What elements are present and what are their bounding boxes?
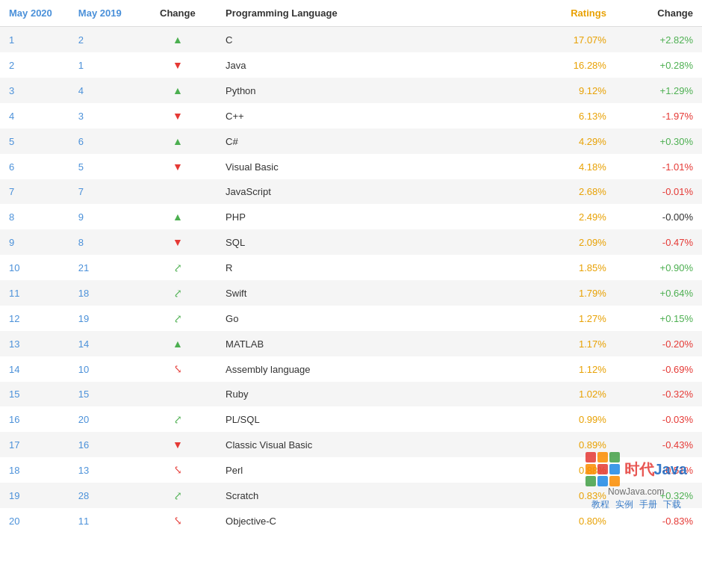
arrow-icon: ⤥ — [173, 363, 182, 375]
cell-may2020: 8 — [0, 204, 69, 229]
cell-may2019: 11 — [69, 508, 139, 533]
cell-language: Ruby — [217, 382, 512, 406]
arrow-icon: ⤤ — [173, 413, 182, 425]
cell-change-arrow: ⤥ — [139, 457, 217, 483]
cell-change-value: -0.69% — [615, 356, 702, 382]
cell-may2019: 4 — [69, 78, 139, 103]
cell-may2020: 20 — [0, 508, 69, 533]
cell-ratings: 1.79% — [512, 280, 615, 306]
arrow-icon: ▼ — [173, 236, 183, 248]
cell-change-value: -0.32% — [615, 382, 702, 406]
header-may2019: May 2019 — [69, 0, 139, 27]
table-row: 1 2 ▲ C 17.07% +2.82% — [0, 27, 702, 53]
cell-may2019: 15 — [69, 382, 139, 406]
arrow-icon: ▼ — [173, 110, 183, 122]
cell-may2020: 16 — [0, 406, 69, 432]
cell-change-arrow: ⤤ — [139, 255, 217, 280]
cell-change-arrow: ⤤ — [139, 280, 217, 306]
cell-change-arrow — [139, 179, 217, 204]
table-row: 7 7 JavaScript 2.68% -0.01% — [0, 179, 702, 204]
cell-language: Assembly language — [217, 356, 512, 382]
cell-change-value: -0.47% — [615, 229, 702, 255]
cell-change-arrow: ▼ — [139, 432, 217, 457]
cell-language: Scratch — [217, 483, 512, 508]
cell-change-arrow: ▲ — [139, 331, 217, 356]
cell-may2019: 21 — [69, 255, 139, 280]
table-row: 17 16 ▼ Classic Visual Basic 0.89% -0.43… — [0, 432, 702, 457]
cell-language: SQL — [217, 229, 512, 255]
cell-language: C — [217, 27, 512, 53]
cell-language: Objective-C — [217, 508, 512, 533]
cell-change-arrow: ▲ — [139, 27, 217, 53]
cell-language: Python — [217, 78, 512, 103]
cell-language: Java — [217, 52, 512, 78]
cell-ratings: 1.12% — [512, 356, 615, 382]
cell-ratings: 17.07% — [512, 27, 615, 53]
cell-language: JavaScript — [217, 179, 512, 204]
arrow-icon: ⤥ — [173, 515, 182, 527]
cell-may2019: 8 — [69, 229, 139, 255]
cell-may2019: 3 — [69, 103, 139, 129]
header-language: Programming Language — [217, 0, 512, 27]
cell-may2019: 2 — [69, 27, 139, 53]
arrow-icon: ⤤ — [173, 287, 182, 299]
cell-may2020: 2 — [0, 52, 69, 78]
header-change-right: Change — [615, 0, 702, 27]
table-row: 16 20 ⤤ PL/SQL 0.99% -0.03% — [0, 406, 702, 432]
arrow-icon: ▼ — [173, 439, 183, 451]
cell-language: Go — [217, 306, 512, 331]
cell-change-value: +0.28% — [615, 52, 702, 78]
table-row: 11 18 ⤤ Swift 1.79% +0.64% — [0, 280, 702, 306]
cell-may2019: 6 — [69, 129, 139, 154]
cell-change-value: -0.20% — [615, 331, 702, 356]
table-row: 5 6 ▲ C# 4.29% +0.30% — [0, 129, 702, 154]
table-row: 3 4 ▲ Python 9.12% +1.29% — [0, 78, 702, 103]
cell-change-value: +0.15% — [615, 306, 702, 331]
cell-may2020: 6 — [0, 154, 69, 179]
cell-may2020: 19 — [0, 483, 69, 508]
cell-change-arrow: ⤤ — [139, 483, 217, 508]
cell-may2020: 7 — [0, 179, 69, 204]
cell-language: PHP — [217, 204, 512, 229]
cell-ratings: 4.29% — [512, 129, 615, 154]
cell-language: C# — [217, 129, 512, 154]
cell-may2020: 15 — [0, 382, 69, 406]
cell-change-arrow: ⤤ — [139, 406, 217, 432]
cell-ratings: 1.02% — [512, 382, 615, 406]
cell-change-arrow: ▲ — [139, 78, 217, 103]
cell-ratings: 1.85% — [512, 255, 615, 280]
cell-may2020: 1 — [0, 27, 69, 53]
cell-language: MATLAB — [217, 331, 512, 356]
cell-may2020: 4 — [0, 103, 69, 129]
table-row: 6 5 ▼ Visual Basic 4.18% -1.01% — [0, 154, 702, 179]
cell-ratings: 1.27% — [512, 306, 615, 331]
table-row: 2 1 ▼ Java 16.28% +0.28% — [0, 52, 702, 78]
cell-may2019: 18 — [69, 280, 139, 306]
cell-language: Classic Visual Basic — [217, 432, 512, 457]
table-row: 9 8 ▼ SQL 2.09% -0.47% — [0, 229, 702, 255]
cell-change-value: +1.29% — [615, 78, 702, 103]
cell-change-value: -0.51% — [615, 457, 702, 483]
cell-ratings: 2.68% — [512, 179, 615, 204]
cell-language: C++ — [217, 103, 512, 129]
cell-change-arrow: ⤤ — [139, 306, 217, 331]
cell-may2019: 19 — [69, 306, 139, 331]
cell-may2019: 14 — [69, 331, 139, 356]
cell-may2020: 3 — [0, 78, 69, 103]
cell-may2020: 9 — [0, 229, 69, 255]
cell-may2020: 18 — [0, 457, 69, 483]
cell-change-value: -0.00% — [615, 204, 702, 229]
cell-ratings: 16.28% — [512, 52, 615, 78]
header-change: Change — [139, 0, 217, 27]
cell-may2019: 20 — [69, 406, 139, 432]
cell-change-value: -0.03% — [615, 406, 702, 432]
cell-may2020: 5 — [0, 129, 69, 154]
cell-ratings: 2.09% — [512, 229, 615, 255]
cell-change-value: -0.83% — [615, 508, 702, 533]
arrow-icon: ▲ — [173, 338, 183, 350]
cell-may2019: 10 — [69, 356, 139, 382]
cell-language: PL/SQL — [217, 406, 512, 432]
table-row: 14 10 ⤥ Assembly language 1.12% -0.69% — [0, 356, 702, 382]
arrow-icon: ⤤ — [173, 312, 182, 324]
cell-may2020: 17 — [0, 432, 69, 457]
